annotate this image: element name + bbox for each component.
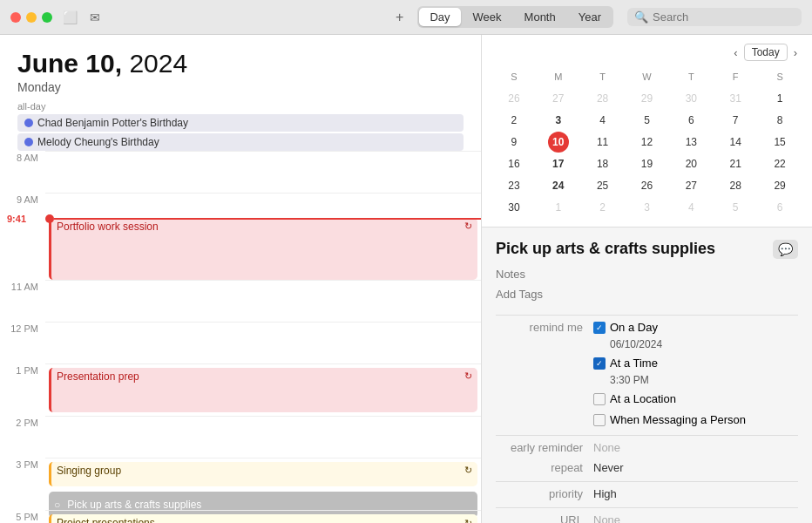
mini-cal-day[interactable]: 3 <box>548 110 569 131</box>
mini-cal-day[interactable]: 27 <box>680 175 701 196</box>
mini-cal-day[interactable]: 29 <box>636 88 657 109</box>
maximize-button[interactable] <box>42 12 52 23</box>
mini-cal-day[interactable]: 21 <box>725 153 746 174</box>
mini-cal-day[interactable]: 14 <box>725 132 746 153</box>
time-row-11am: 11 AM <box>0 280 481 322</box>
search-input[interactable] <box>653 10 795 24</box>
mini-cal-day[interactable]: 5 <box>636 110 657 131</box>
mini-cal-day[interactable]: 25 <box>592 175 613 196</box>
event-label: Project presentations <box>57 517 155 523</box>
allday-event-chad[interactable]: Chad Benjamin Potter's Birthday <box>17 114 464 132</box>
mini-cal-day[interactable]: 6 <box>769 197 790 218</box>
mini-cal-day[interactable]: 16 <box>504 153 524 174</box>
time-label-8am: 8 AM <box>0 151 45 193</box>
time-area-11am <box>45 280 481 322</box>
view-week-button[interactable]: Week <box>463 8 512 26</box>
mini-cal-day[interactable]: 27 <box>548 88 569 109</box>
time-grid[interactable]: 8 AM 9 AM 9:41 Portfolio work session <box>0 151 481 523</box>
at-a-time-check[interactable]: ✓ <box>593 357 606 370</box>
at-a-location-item: At a Location <box>593 392 798 405</box>
traffic-lights <box>10 12 52 23</box>
mini-cal-day[interactable]: 15 <box>769 132 790 153</box>
mini-cal-day[interactable]: 31 <box>725 88 746 109</box>
event-tags-input[interactable] <box>496 288 798 301</box>
event-label: Singing group <box>57 465 121 477</box>
mini-cal-day[interactable]: 18 <box>592 153 613 174</box>
mini-cal-day[interactable]: 6 <box>680 110 701 131</box>
at-a-location-check[interactable] <box>593 393 606 405</box>
mini-cal-day[interactable]: 1 <box>548 197 569 218</box>
mini-cal-day[interactable]: 30 <box>680 88 701 109</box>
event-note-button[interactable]: 💬 <box>773 240 798 259</box>
time-area-1pm: Presentation prep ↻ <box>45 363 481 416</box>
close-button[interactable] <box>10 12 21 23</box>
mini-cal-grid: S M T W T F S 26 27 28 29 30 31 1 2 3 4 … <box>492 66 802 218</box>
mini-cal-day[interactable]: 8 <box>769 110 790 131</box>
event-dot <box>24 119 33 127</box>
priority-value: High <box>593 487 798 500</box>
divider3 <box>496 481 798 482</box>
mini-cal-day-today[interactable]: 10 <box>548 132 569 153</box>
time-area-5pm: Project presentations ↻ ○ 5–7PM <box>45 510 481 523</box>
time-area-9am: 9:41 Portfolio work session ↻ <box>45 193 481 245</box>
mini-cal-day[interactable]: 30 <box>504 197 524 218</box>
mini-cal-day[interactable]: 28 <box>592 88 613 109</box>
mini-cal-day[interactable]: 19 <box>636 153 657 174</box>
mini-cal-next-button[interactable]: › <box>789 44 802 61</box>
mini-cal-header: ‹ Today › <box>492 44 802 61</box>
add-event-button[interactable]: + <box>396 10 403 25</box>
early-reminder-content: None <box>593 441 798 454</box>
time-label-11am: 11 AM <box>0 280 45 322</box>
mini-cal-day[interactable]: 17 <box>548 153 569 174</box>
when-messaging-item: When Messaging a Person <box>593 413 798 426</box>
time-label-5pm: 5 PM <box>0 510 45 523</box>
mini-cal-day[interactable]: 20 <box>680 153 701 174</box>
event-project[interactable]: Project presentations ↻ ○ 5–7PM <box>49 514 477 523</box>
mini-cal-day[interactable]: 26 <box>636 175 657 196</box>
mini-cal-day[interactable]: 26 <box>504 88 524 109</box>
minimize-button[interactable] <box>26 12 37 23</box>
mini-cal-day[interactable]: 3 <box>636 197 657 218</box>
view-day-button[interactable]: Day <box>419 8 460 26</box>
mini-cal-day[interactable]: 28 <box>725 175 746 196</box>
mini-calendar: ‹ Today › S M T W T F S 26 27 28 29 30 <box>482 35 812 228</box>
mini-cal-day[interactable]: 5 <box>725 197 746 218</box>
allday-events: Chad Benjamin Potter's Birthday Melody C… <box>17 114 464 151</box>
priority-row: priority High <box>496 487 798 500</box>
mini-cal-day[interactable]: 9 <box>504 132 524 153</box>
mini-cal-day[interactable]: 22 <box>769 153 790 174</box>
mini-cal-day[interactable]: 29 <box>769 175 790 196</box>
allday-section: all-day Chad Benjamin Potter's Birthday … <box>0 101 481 151</box>
view-year-button[interactable]: Year <box>568 8 612 26</box>
mini-cal-day[interactable]: 24 <box>548 175 569 196</box>
mini-cal-day[interactable]: 11 <box>592 132 613 153</box>
search-bar[interactable]: 🔍 <box>627 8 802 26</box>
time-label-12pm: 12 PM <box>0 322 45 363</box>
sidebar-toggle-icon[interactable]: ⬜ <box>63 10 78 24</box>
event-singing[interactable]: Singing group ↻ <box>49 462 477 486</box>
current-time-dot <box>45 214 54 223</box>
event-portfolio[interactable]: Portfolio work session ↻ <box>49 218 477 280</box>
mini-cal-day[interactable]: 7 <box>725 110 746 131</box>
day-header-s1: S <box>504 66 524 87</box>
time-row-12pm: 12 PM <box>0 322 481 363</box>
inbox-icon[interactable]: ✉ <box>90 10 100 24</box>
mini-cal-day[interactable]: 2 <box>592 197 613 218</box>
current-time-label: 9:41 <box>7 214 26 224</box>
mini-cal-day[interactable]: 2 <box>504 110 524 131</box>
on-a-day-check[interactable]: ✓ <box>593 322 606 334</box>
view-month-button[interactable]: Month <box>514 8 566 26</box>
repeat-icon: ↻ <box>464 518 472 524</box>
mini-cal-prev-button[interactable]: ‹ <box>729 44 741 61</box>
event-notes-input[interactable] <box>496 268 798 281</box>
mini-cal-day[interactable]: 13 <box>680 132 701 153</box>
allday-event-melody[interactable]: Melody Cheung's Birthday <box>17 133 464 151</box>
mini-cal-day[interactable]: 4 <box>592 110 613 131</box>
when-messaging-check[interactable] <box>593 414 606 426</box>
mini-cal-day[interactable]: 23 <box>504 175 524 196</box>
event-presentation[interactable]: Presentation prep ↻ <box>49 368 477 412</box>
mini-cal-today-button[interactable]: Today <box>744 44 788 61</box>
mini-cal-day[interactable]: 4 <box>680 197 701 218</box>
mini-cal-day[interactable]: 12 <box>636 132 657 153</box>
mini-cal-day[interactable]: 1 <box>769 88 790 109</box>
